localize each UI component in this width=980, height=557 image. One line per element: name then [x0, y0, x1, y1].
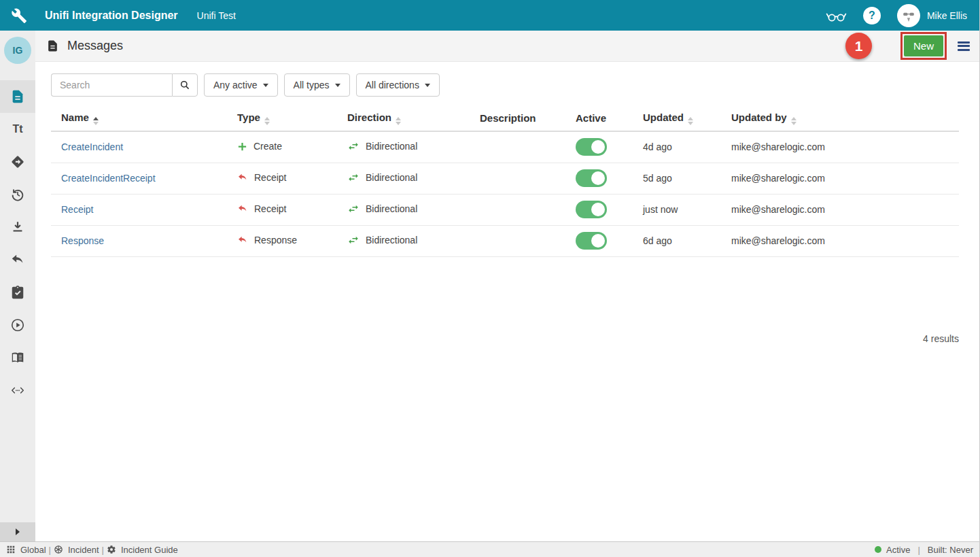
sidebar-item-documentation[interactable] [0, 341, 35, 374]
direction-label: Bidirectional [366, 235, 417, 246]
swap-horizontal-icon [347, 171, 360, 184]
direction-label: Bidirectional [366, 141, 417, 152]
process-item[interactable]: Incident [54, 545, 99, 555]
type-label: Response [254, 235, 297, 246]
page-title: Messages [67, 39, 123, 53]
message-link[interactable]: Response [61, 235, 104, 246]
caret-down-icon [335, 84, 340, 87]
active-toggle[interactable] [576, 138, 607, 156]
direction-label: Bidirectional [366, 172, 417, 183]
message-link[interactable]: Receipt [61, 204, 93, 215]
sidebar-item-integration[interactable] [0, 146, 35, 178]
main-area: Messages 1 New [35, 31, 979, 541]
built-label: Built: Never [928, 545, 973, 555]
document-icon [46, 39, 59, 52]
wrench-icon [11, 7, 27, 24]
swap-horizontal-icon [347, 140, 360, 152]
updated-by-label: mike@sharelogic.com [731, 204, 825, 215]
reply-arrow-icon [237, 172, 248, 183]
grid-icon [6, 545, 16, 554]
sidebar-expand-button[interactable] [0, 522, 35, 541]
sidebar-item-run[interactable] [0, 309, 35, 341]
direction-filter-dropdown[interactable]: All directions [356, 73, 440, 97]
table-row: CreateIncident Create Bidirectional 4d a… [51, 131, 959, 163]
column-header-type[interactable]: Type [237, 105, 347, 131]
code-icon [10, 383, 25, 398]
sidebar-nav: Tt [0, 80, 35, 407]
swap-horizontal-icon [347, 203, 360, 215]
glasses-icon[interactable] [825, 7, 847, 24]
sidebar-item-text-format[interactable]: Tt [0, 113, 35, 146]
direction-filter-label: All directions [366, 80, 419, 90]
active-toggle[interactable] [576, 169, 607, 187]
search-icon [179, 80, 190, 90]
active-toggle[interactable] [576, 201, 607, 218]
process-label: Incident [68, 545, 99, 555]
column-header-name[interactable]: Name [51, 105, 237, 131]
column-header-updated[interactable]: Updated [643, 105, 731, 131]
message-link[interactable]: CreateIncidentReceipt [61, 173, 156, 184]
type-filter-dropdown[interactable]: All types [284, 73, 350, 97]
message-link[interactable]: CreateIncident [61, 141, 123, 152]
sidebar-item-response[interactable] [0, 243, 35, 276]
annotation-highlight-box: New [900, 32, 947, 60]
table-row: CreateIncidentReceipt Receipt Bidirectio… [51, 163, 959, 194]
integration-item[interactable]: Incident Guide [107, 545, 178, 555]
scope-label: Global [20, 545, 46, 555]
gear-icon [107, 545, 116, 554]
diamond-arrow-icon [10, 154, 25, 169]
top-bar: Unifi Integration Designer Unifi Test ? … [0, 0, 979, 31]
sort-icon [688, 117, 693, 125]
caret-down-icon [425, 84, 430, 87]
column-header-direction[interactable]: Direction [347, 105, 480, 131]
sidebar-item-messages[interactable] [0, 80, 35, 113]
sort-icon [396, 117, 401, 125]
hamburger-menu-icon[interactable] [958, 41, 970, 51]
reply-arrow-icon [237, 235, 248, 246]
clipboard-check-icon [10, 285, 25, 300]
user-menu[interactable]: Mike Ellis [897, 4, 967, 27]
table-row: Response Response Bidirectional 6d ago m… [51, 225, 959, 256]
caret-down-icon [263, 84, 268, 87]
type-label: Receipt [254, 172, 286, 183]
updated-label: just now [643, 204, 678, 215]
reply-arrow-icon [237, 203, 248, 214]
plus-icon [237, 141, 247, 152]
sidebar-item-download[interactable] [0, 211, 35, 243]
filter-bar: Any active All types All directions [51, 73, 959, 97]
column-header-active: Active [576, 105, 643, 131]
type-label: Receipt [254, 203, 286, 214]
history-icon [10, 187, 25, 202]
user-avatar [897, 4, 920, 27]
separator: | [102, 545, 104, 555]
scope-item[interactable]: Global [6, 545, 46, 555]
sort-icon [264, 117, 270, 125]
updated-by-label: mike@sharelogic.com [731, 173, 825, 184]
swap-horizontal-icon [347, 234, 360, 246]
integration-label: Incident Guide [121, 545, 178, 555]
sidebar-item-code[interactable] [0, 374, 35, 407]
search-input[interactable] [51, 73, 172, 97]
column-header-updated-by[interactable]: Updated by [731, 105, 959, 131]
updated-by-label: mike@sharelogic.com [731, 141, 825, 152]
sidebar-item-history[interactable] [0, 178, 35, 211]
updated-label: 5d ago [643, 173, 672, 184]
app-window: Unifi Integration Designer Unifi Test ? … [0, 0, 980, 557]
table-header-row: Name Type Direction Description Active U… [51, 105, 959, 131]
active-filter-label: Any active [213, 80, 258, 90]
content-area: Any active All types All directions [35, 62, 979, 541]
active-toggle[interactable] [576, 232, 607, 250]
updated-by-label: mike@sharelogic.com [731, 235, 825, 246]
play-circle-icon [10, 318, 25, 333]
sort-icon [791, 117, 797, 125]
active-filter-dropdown[interactable]: Any active [204, 73, 278, 97]
sidebar-item-tasks[interactable] [0, 276, 35, 309]
search-button[interactable] [172, 73, 198, 97]
segmented-circle-icon [54, 545, 63, 554]
direction-label: Bidirectional [366, 203, 417, 214]
help-icon[interactable]: ? [863, 7, 881, 24]
integration-avatar[interactable]: IG [4, 37, 31, 64]
new-button[interactable]: New [904, 35, 943, 56]
expand-arrow-icon [14, 528, 21, 536]
environment-name[interactable]: Unifi Test [197, 10, 236, 21]
